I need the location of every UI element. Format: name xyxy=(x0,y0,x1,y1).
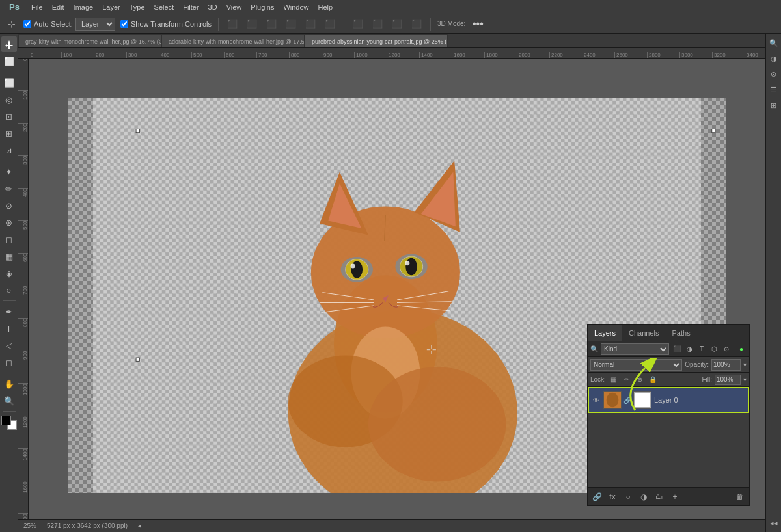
more-options-btn[interactable]: ••• xyxy=(471,17,485,31)
auto-select-checkbox[interactable] xyxy=(23,20,31,28)
menu-window[interactable]: Window xyxy=(279,2,312,12)
handle-ml[interactable] xyxy=(136,358,139,361)
blend-mode-select[interactable]: Normal Dissolve Multiply Screen xyxy=(590,359,682,371)
menu-image[interactable]: Image xyxy=(70,2,98,12)
lock-all-icon[interactable]: 🔒 xyxy=(648,375,658,385)
add-style-btn[interactable]: fx xyxy=(606,490,619,503)
opacity-dropdown-icon[interactable]: ▾ xyxy=(743,361,747,368)
delete-layer-btn[interactable]: 🗑 xyxy=(733,490,747,503)
lock-position-icon[interactable]: ⊕ xyxy=(635,375,645,385)
crop-tool[interactable]: ⊞ xyxy=(1,126,17,141)
blur-tool[interactable]: ◈ xyxy=(1,265,17,281)
align-vcenter-btn[interactable]: ⬛ xyxy=(245,17,259,31)
layers-panel: Layers Channels Paths 🔍 Kind Name Effect… xyxy=(587,324,750,506)
align-hcenter-btn[interactable]: ⬛ xyxy=(303,17,318,31)
layers-tab-channels[interactable]: Channels xyxy=(622,325,665,341)
pen-tool[interactable]: ✒ xyxy=(1,304,17,319)
eraser-tool[interactable]: ◻ xyxy=(1,232,17,247)
new-adjustment-btn[interactable]: ◑ xyxy=(637,490,650,503)
shape-tool[interactable]: ◻ xyxy=(1,354,17,370)
move-tool[interactable] xyxy=(1,36,17,52)
filter-shape-icon[interactable]: ⬡ xyxy=(709,344,719,354)
tab-purebred[interactable]: purebred-abyssinian-young-cat-portrait.j… xyxy=(305,34,448,47)
artboard-tool[interactable]: ⬜ xyxy=(1,53,17,69)
menu-3d[interactable]: 3D xyxy=(204,2,221,12)
distribute-top-btn[interactable]: ⬛ xyxy=(351,17,365,31)
svg-point-33 xyxy=(368,367,506,481)
handle-tr[interactable] xyxy=(712,129,715,132)
panel-collapse-icon[interactable]: ◂◂ xyxy=(767,516,780,529)
show-transform-option: Show Transform Controls xyxy=(120,20,212,28)
distribute-bottom-btn[interactable]: ⬛ xyxy=(390,17,404,31)
distribute-vcenter-btn[interactable]: ⬛ xyxy=(370,17,385,31)
auto-select-target[interactable]: Layer Group xyxy=(75,18,115,31)
menu-type[interactable]: Type xyxy=(126,2,149,12)
history-brush-tool[interactable]: ⊛ xyxy=(1,215,17,230)
menu-select[interactable]: Select xyxy=(150,2,178,12)
tab-adorable-kitty[interactable]: adorable-kitty-with-monochrome-wall-her.… xyxy=(161,34,305,47)
align-bottom-btn[interactable]: ⬛ xyxy=(264,17,279,31)
foreground-color-swatch[interactable] xyxy=(1,416,11,425)
panel-search-icon[interactable]: 🔍 xyxy=(767,36,780,49)
gradient-tool[interactable]: ▦ xyxy=(1,248,17,264)
canvas-area[interactable]: Layers Channels Paths 🔍 Kind Name Effect… xyxy=(29,59,765,519)
tab-gray-kitty[interactable]: gray-kitty-with-monochrome-wall-her.jpg … xyxy=(18,34,161,47)
lock-transparent-icon[interactable]: ▦ xyxy=(609,375,619,385)
fill-input[interactable] xyxy=(715,375,741,385)
filter-type-icon[interactable]: T xyxy=(696,344,707,354)
layers-kind-dropdown[interactable]: Kind Name Effect Mode Attribute Color xyxy=(601,343,669,355)
dodge-tool[interactable]: ○ xyxy=(1,282,17,298)
distribute-left-btn[interactable]: ⬛ xyxy=(409,17,424,31)
layer-item-0[interactable]: 👁 🔗 Layer 0 xyxy=(588,387,749,413)
handle-tl[interactable] xyxy=(136,129,139,132)
opacity-input[interactable] xyxy=(711,359,741,371)
panel-properties-icon[interactable]: ☰ xyxy=(767,83,780,96)
layers-list: 👁 🔗 Layer 0 xyxy=(588,387,749,487)
menu-file[interactable]: File xyxy=(27,2,47,12)
panel-history-icon[interactable]: ⊙ xyxy=(767,68,780,81)
lock-image-icon[interactable]: ✏ xyxy=(622,375,632,385)
content-area: gray-kitty-with-monochrome-wall-her.jpg … xyxy=(18,34,765,532)
layers-blend-row: Normal Dissolve Multiply Screen Opacity:… xyxy=(588,357,749,373)
filter-pixel-icon[interactable]: ⬛ xyxy=(672,344,682,354)
show-transform-checkbox[interactable] xyxy=(120,20,128,28)
menu-view[interactable]: View xyxy=(223,2,246,12)
move-tool-icon: ⊹ xyxy=(5,18,18,31)
zoom-level: 25% xyxy=(23,522,36,529)
toolbar-separator-5 xyxy=(3,411,16,412)
lasso-tool[interactable]: ◎ xyxy=(1,92,17,107)
panel-more-icon[interactable]: ⊞ xyxy=(767,99,780,112)
align-left-btn[interactable]: ⬛ xyxy=(284,17,298,31)
layer-link-icon[interactable]: 🔗 xyxy=(624,395,631,405)
marquee-tool[interactable]: ⬜ xyxy=(1,75,17,90)
align-right-btn[interactable]: ⬛ xyxy=(323,17,337,31)
fill-dropdown-icon[interactable]: ▾ xyxy=(743,376,747,383)
filter-adjustment-icon[interactable]: ◑ xyxy=(684,344,694,354)
healing-tool[interactable]: ✦ xyxy=(1,164,17,180)
text-tool[interactable]: T xyxy=(1,321,17,336)
filter-toggle-icon[interactable]: ● xyxy=(736,344,747,354)
clone-tool[interactable]: ⊙ xyxy=(1,198,17,213)
menu-layer[interactable]: Layer xyxy=(98,2,124,12)
brush-tool[interactable]: ✏ xyxy=(1,181,17,196)
new-layer-btn[interactable]: + xyxy=(668,490,681,503)
link-layers-btn[interactable]: 🔗 xyxy=(590,490,603,503)
align-top-btn[interactable]: ⬛ xyxy=(225,17,240,31)
menu-help[interactable]: Help xyxy=(314,2,337,12)
new-group-btn[interactable]: 🗂 xyxy=(653,490,666,503)
filter-smart-icon[interactable]: ⊙ xyxy=(721,344,732,354)
layer-visibility-icon[interactable]: 👁 xyxy=(592,395,601,405)
layers-tab-layers[interactable]: Layers xyxy=(588,325,622,341)
panel-color-icon[interactable]: ◑ xyxy=(767,52,780,65)
add-mask-btn[interactable]: ○ xyxy=(622,490,635,503)
zoom-tool[interactable]: 🔍 xyxy=(1,393,17,408)
menu-edit[interactable]: Edit xyxy=(48,2,68,12)
path-tool[interactable]: ◁ xyxy=(1,338,17,353)
menu-filter[interactable]: Filter xyxy=(179,2,202,12)
layers-tab-paths[interactable]: Paths xyxy=(666,325,697,341)
foreground-background-colors[interactable] xyxy=(1,416,17,430)
eyedropper-tool[interactable]: ⊿ xyxy=(1,142,17,158)
object-select-tool[interactable]: ⊡ xyxy=(1,109,17,124)
menu-plugins[interactable]: Plugins xyxy=(247,2,278,12)
hand-tool[interactable]: ✋ xyxy=(1,376,17,392)
